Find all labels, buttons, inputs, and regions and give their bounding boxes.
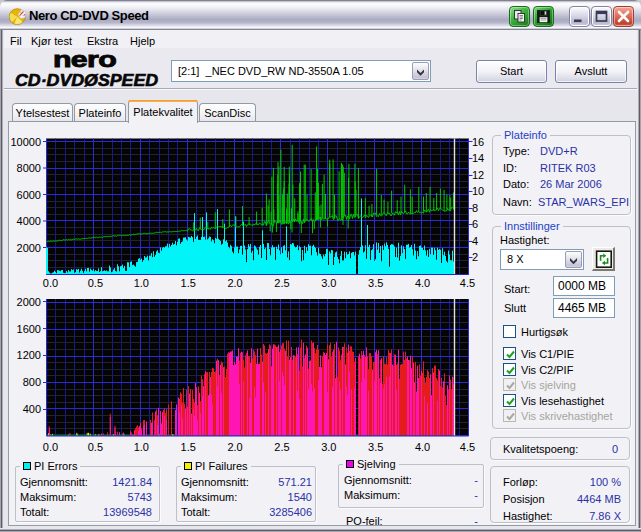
svg-text:4: 4 <box>472 235 478 247</box>
svg-text:6000: 6000 <box>17 189 41 201</box>
svg-text:2000: 2000 <box>17 296 41 308</box>
svg-text:1200: 1200 <box>17 349 41 361</box>
svg-text:800: 800 <box>23 376 41 388</box>
svg-text:2.5: 2.5 <box>274 441 289 453</box>
svg-text:4.5: 4.5 <box>460 277 475 289</box>
svg-text:2: 2 <box>472 251 478 263</box>
svg-text:4.0: 4.0 <box>415 277 430 289</box>
svg-text:0.5: 0.5 <box>88 441 103 453</box>
svg-text:10000: 10000 <box>10 136 41 148</box>
svg-text:1.5: 1.5 <box>181 277 196 289</box>
svg-text:1.0: 1.0 <box>134 441 149 453</box>
svg-text:2.5: 2.5 <box>274 277 289 289</box>
svg-text:3.0: 3.0 <box>321 277 336 289</box>
svg-text:14: 14 <box>472 152 484 164</box>
svg-text:12: 12 <box>472 169 484 181</box>
svg-text:2000: 2000 <box>17 242 41 254</box>
svg-text:16: 16 <box>472 136 484 148</box>
svg-text:3.0: 3.0 <box>321 441 336 453</box>
svg-text:400: 400 <box>23 403 41 415</box>
svg-text:2.0: 2.0 <box>227 441 242 453</box>
svg-text:1600: 1600 <box>17 323 41 335</box>
svg-text:0.5: 0.5 <box>88 277 103 289</box>
svg-text:6: 6 <box>472 218 478 230</box>
svg-text:3.5: 3.5 <box>368 441 383 453</box>
svg-text:8: 8 <box>472 202 478 214</box>
svg-text:10: 10 <box>472 185 484 197</box>
svg-text:4.5: 4.5 <box>460 441 475 453</box>
svg-text:0.0: 0.0 <box>43 441 58 453</box>
svg-text:4000: 4000 <box>17 215 41 227</box>
svg-text:1.0: 1.0 <box>134 277 149 289</box>
svg-text:1.5: 1.5 <box>181 441 196 453</box>
svg-text:0.0: 0.0 <box>43 277 58 289</box>
svg-text:2.0: 2.0 <box>227 277 242 289</box>
svg-text:4.0: 4.0 <box>415 441 430 453</box>
svg-text:3.5: 3.5 <box>368 277 383 289</box>
svg-text:8000: 8000 <box>17 162 41 174</box>
